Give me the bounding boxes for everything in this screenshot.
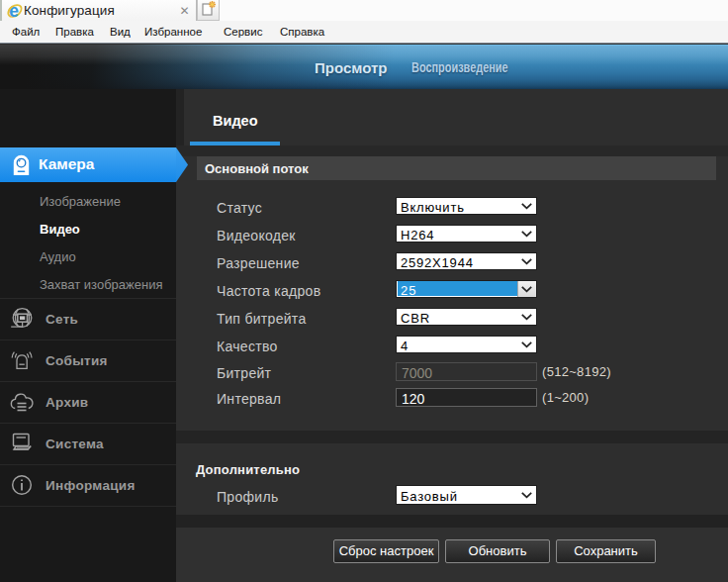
svg-text:e: e xyxy=(9,1,19,20)
